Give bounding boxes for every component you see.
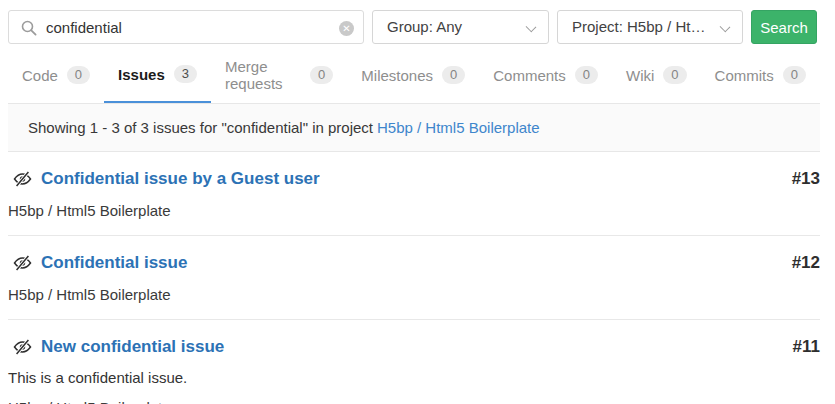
- tab-label: Comments: [493, 67, 566, 84]
- issue-title-link[interactable]: New confidential issue: [41, 337, 224, 357]
- issue-title-link[interactable]: Confidential issue by a Guest user: [41, 169, 320, 189]
- clear-search-icon[interactable]: ✕: [339, 21, 354, 36]
- issue-project-name: H5bp / Html5 Boilerplate: [8, 286, 820, 303]
- search-box: ✕: [8, 10, 364, 44]
- tab-count-badge: 0: [783, 66, 806, 84]
- issue-result-head: New confidential issue #11: [8, 337, 820, 357]
- tab-label: Wiki: [626, 67, 654, 84]
- issue-result-row: New confidential issue #11 This is a con…: [8, 320, 820, 404]
- search-input[interactable]: [9, 11, 363, 43]
- search-scope-tabs: Code 0 Issues 3 Merge requests 0 Milesto…: [8, 58, 820, 103]
- search-icon: [21, 20, 37, 36]
- issue-project-name: H5bp / Html5 Boilerplate: [8, 399, 820, 404]
- issue-result-head: Confidential issue #12: [8, 253, 820, 273]
- tab-commits[interactable]: Commits 0: [701, 58, 820, 103]
- issue-result-row: Confidential issue #12 H5bp / Html5 Boil…: [8, 236, 820, 320]
- tab-label: Merge requests: [225, 58, 301, 92]
- group-filter-dropdown[interactable]: Group: Any: [372, 10, 549, 44]
- group-filter-label: Group: Any: [387, 11, 518, 43]
- issue-id: #12: [792, 253, 820, 273]
- tab-merge-requests[interactable]: Merge requests 0: [211, 58, 347, 103]
- tab-count-badge: 0: [442, 66, 465, 84]
- results-summary-text: Showing 1 - 3 of 3 issues for "confident…: [28, 119, 373, 136]
- chevron-down-icon: [526, 22, 537, 33]
- tab-count-badge: 0: [575, 66, 598, 84]
- tab-wiki[interactable]: Wiki 0: [612, 58, 701, 103]
- issue-title-wrap: Confidential issue: [8, 253, 187, 273]
- tab-label: Issues: [118, 66, 165, 83]
- search-filter-bar: ✕ Group: Any Project: H5bp / Html5 ... S…: [0, 0, 835, 44]
- issue-title-wrap: New confidential issue: [8, 337, 224, 357]
- issue-result-row: Confidential issue by a Guest user #13 H…: [8, 152, 820, 236]
- tab-label: Milestones: [361, 67, 433, 84]
- tab-label: Commits: [715, 67, 774, 84]
- issue-result-head: Confidential issue by a Guest user #13: [8, 169, 820, 189]
- tab-label: Code: [22, 67, 58, 84]
- summary-project-link[interactable]: H5bp / Html5 Boilerplate: [377, 119, 540, 136]
- tab-count-badge: 3: [174, 65, 197, 83]
- issue-description: This is a confidential issue.: [8, 369, 820, 386]
- tab-milestones[interactable]: Milestones 0: [347, 58, 479, 103]
- results-summary-banner: Showing 1 - 3 of 3 issues for "confident…: [8, 103, 820, 152]
- issue-title-wrap: Confidential issue by a Guest user: [8, 169, 320, 189]
- issue-id: #13: [792, 169, 820, 189]
- tab-count-badge: 0: [310, 66, 333, 84]
- tab-code[interactable]: Code 0: [8, 58, 104, 103]
- confidential-eye-slash-icon: [13, 339, 32, 355]
- search-button[interactable]: Search: [751, 10, 817, 44]
- chevron-down-icon: [720, 22, 731, 33]
- tab-comments[interactable]: Comments 0: [479, 58, 612, 103]
- confidential-eye-slash-icon: [13, 171, 32, 187]
- tab-issues[interactable]: Issues 3: [104, 58, 211, 103]
- issue-title-link[interactable]: Confidential issue: [41, 253, 187, 273]
- confidential-eye-slash-icon: [13, 255, 32, 271]
- project-filter-label: Project: H5bp / Html5 ...: [572, 11, 712, 43]
- project-filter-dropdown[interactable]: Project: H5bp / Html5 ...: [557, 10, 743, 44]
- tab-count-badge: 0: [663, 66, 686, 84]
- issue-id: #11: [793, 337, 820, 357]
- issue-project-name: H5bp / Html5 Boilerplate: [8, 202, 820, 219]
- tab-count-badge: 0: [67, 66, 90, 84]
- search-results-list: Confidential issue by a Guest user #13 H…: [8, 152, 820, 404]
